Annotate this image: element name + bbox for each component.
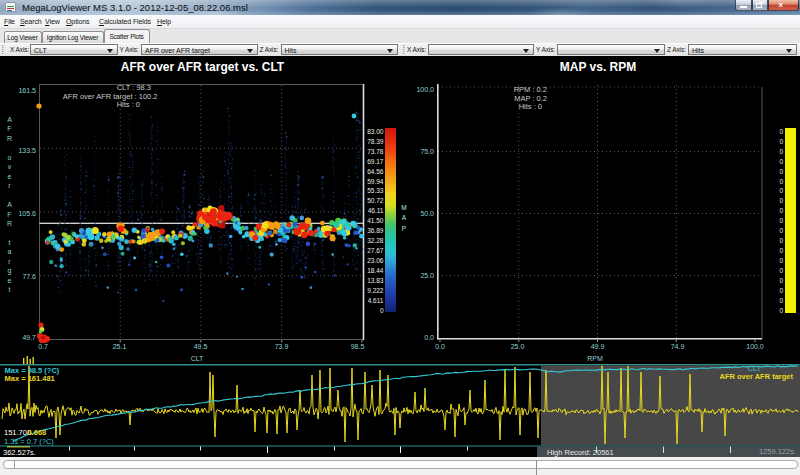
svg-text:0: 0: [380, 307, 384, 314]
svg-text:0: 0: [779, 227, 783, 234]
svg-text:100.0: 100.0: [746, 343, 764, 350]
svg-text:A: A: [402, 214, 407, 221]
svg-text:50.72: 50.72: [367, 197, 384, 204]
svg-text:25.1: 25.1: [113, 343, 127, 350]
svg-text:F: F: [7, 211, 11, 218]
svg-text:0: 0: [779, 207, 783, 214]
svg-text:1259.122s.: 1259.122s.: [759, 447, 796, 456]
svg-text:23.06: 23.06: [367, 257, 384, 264]
svg-text:78.39: 78.39: [367, 138, 384, 145]
svg-text:98.5: 98.5: [351, 343, 365, 350]
svg-text:MAP vs. RPM: MAP vs. RPM: [560, 60, 636, 74]
svg-text:13.83: 13.83: [367, 277, 384, 284]
svg-text:Max = 161.481: Max = 161.481: [5, 374, 55, 383]
svg-text:t: t: [9, 239, 11, 246]
svg-text:0: 0: [779, 287, 783, 294]
svg-text:RPM : 0.2: RPM : 0.2: [514, 85, 547, 94]
svg-text:0: 0: [779, 187, 783, 194]
svg-text:High Record: 20561: High Record: 20561: [547, 448, 614, 457]
svg-text:a: a: [8, 248, 12, 255]
svg-text:83.00: 83.00: [367, 128, 384, 135]
svg-text:27.67: 27.67: [367, 247, 384, 254]
svg-text:o: o: [8, 154, 12, 161]
svg-text:Hits : 0: Hits : 0: [519, 102, 542, 111]
svg-text:74.9: 74.9: [671, 343, 685, 350]
svg-text:0: 0: [779, 197, 783, 204]
svg-text:46.11: 46.11: [368, 207, 384, 214]
svg-text:362.527s.: 362.527s.: [3, 448, 36, 457]
svg-text:0.7: 0.7: [38, 343, 48, 350]
svg-text:0: 0: [779, 307, 783, 314]
svg-text:AFR over AFR target: AFR over AFR target: [720, 372, 794, 381]
svg-text:9.222: 9.222: [367, 287, 384, 294]
svg-text:F: F: [7, 125, 11, 132]
svg-text:0: 0: [779, 168, 783, 175]
svg-text:0: 0: [779, 217, 783, 224]
svg-text:0.0: 0.0: [435, 343, 445, 350]
svg-text:55.33: 55.33: [367, 187, 384, 194]
svg-text:0: 0: [779, 128, 783, 135]
svg-text:R: R: [7, 220, 12, 227]
svg-text:49.5: 49.5: [194, 343, 208, 350]
svg-text:64.56: 64.56: [367, 168, 384, 175]
svg-text:g: g: [8, 267, 12, 275]
svg-text:75.0: 75.0: [420, 148, 434, 155]
svg-text:105.6: 105.6: [18, 210, 36, 217]
svg-text:v: v: [8, 163, 12, 170]
svg-text:0.0: 0.0: [424, 334, 434, 341]
svg-text:CLT : 98.3: CLT : 98.3: [117, 83, 151, 92]
svg-text:P: P: [402, 225, 406, 232]
svg-text:49.7: 49.7: [22, 334, 36, 341]
svg-text:t: t: [9, 286, 11, 293]
svg-text:59.94: 59.94: [367, 178, 384, 185]
svg-text:0: 0: [779, 277, 783, 284]
svg-text:100.0: 100.0: [416, 86, 434, 93]
svg-text:0: 0: [779, 178, 783, 185]
svg-text:161.5: 161.5: [18, 87, 36, 94]
svg-text:0: 0: [779, 247, 783, 254]
svg-text:36.89: 36.89: [367, 227, 384, 234]
svg-text:0: 0: [779, 158, 783, 165]
svg-text:M: M: [401, 204, 406, 211]
svg-text:1.3s = 0.7 (?C): 1.3s = 0.7 (?C): [4, 437, 54, 446]
svg-text:e: e: [8, 277, 12, 284]
svg-text:AFR over AFR target : 100.2: AFR over AFR target : 100.2: [63, 92, 158, 101]
svg-text:R: R: [7, 135, 12, 142]
svg-text:CLT: CLT: [191, 355, 204, 362]
svg-text:32.28: 32.28: [367, 237, 384, 244]
svg-text:41.50: 41.50: [367, 217, 384, 224]
svg-text:0: 0: [779, 267, 783, 274]
svg-text:AFR over AFR target vs. CLT: AFR over AFR target vs. CLT: [121, 60, 285, 74]
svg-text:25.0: 25.0: [420, 272, 434, 279]
svg-text:Hits : 0: Hits : 0: [117, 100, 140, 109]
svg-text:25.0: 25.0: [511, 343, 525, 350]
svg-text:133.5: 133.5: [18, 147, 36, 154]
svg-text:0: 0: [779, 257, 783, 264]
svg-text:49.9: 49.9: [591, 343, 605, 350]
svg-text:RPM: RPM: [587, 355, 603, 362]
svg-text:73.9: 73.9: [275, 343, 289, 350]
svg-text:A: A: [7, 201, 12, 208]
svg-text:18.44: 18.44: [367, 267, 384, 274]
svg-text:69.17: 69.17: [367, 158, 384, 165]
svg-text:0: 0: [779, 297, 783, 304]
svg-text:0: 0: [779, 138, 783, 145]
svg-text:A: A: [7, 116, 12, 123]
svg-text:50.0: 50.0: [420, 210, 434, 217]
svg-text:0: 0: [779, 148, 783, 155]
svg-text:77.6: 77.6: [22, 273, 36, 280]
svg-text:e: e: [8, 173, 12, 180]
svg-text:73.78: 73.78: [367, 148, 384, 155]
svg-text:0: 0: [779, 237, 783, 244]
svg-text:4.611: 4.611: [368, 297, 384, 304]
